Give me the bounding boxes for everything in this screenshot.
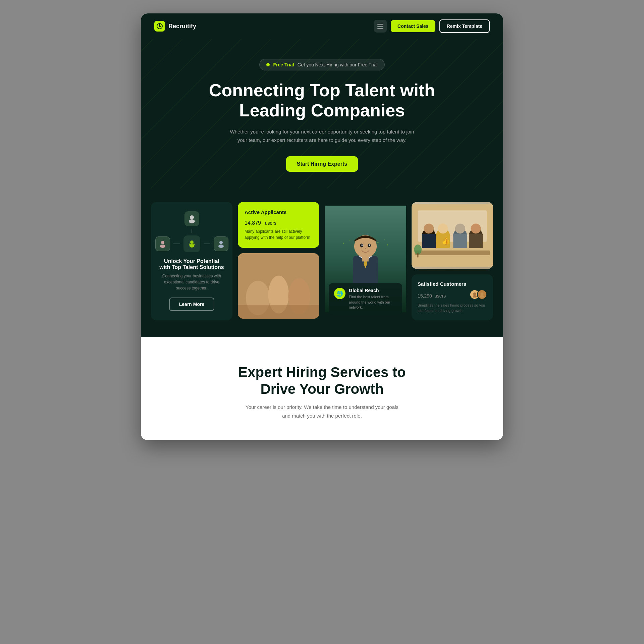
hero-subtitle: Whether you're looking for your next car… <box>225 127 419 145</box>
active-applicants-count: 14,879 users <box>245 216 313 227</box>
talent-network-graphic <box>155 211 228 252</box>
svg-point-59 <box>473 292 476 295</box>
hamburger-line <box>377 24 383 24</box>
svg-point-22 <box>298 288 309 299</box>
services-title-line1: Expert Hiring Services to <box>238 364 406 380</box>
svg-point-5 <box>160 245 165 248</box>
free-trial-text: Get you Next-Hiring with our Free Trial <box>298 62 378 67</box>
global-reach-title: Global Reach <box>349 288 397 293</box>
card-column-2: Active Applicants 14,879 users Many appl… <box>238 202 319 320</box>
free-trial-label: Free Trial <box>273 62 294 67</box>
start-hiring-button[interactable]: Start Hiring Experts <box>286 156 358 172</box>
services-desc: Your career is our priority. We take the… <box>241 403 402 420</box>
avatar-row <box>155 235 228 252</box>
svg-rect-12 <box>238 255 319 316</box>
hamburger-line <box>377 28 383 29</box>
global-reach-text: Global Reach Find the best talent from a… <box>349 288 397 310</box>
svg-point-9 <box>193 244 195 246</box>
satisfied-customers-card: Satisfied Customers 15,290 users <box>412 274 493 320</box>
svg-rect-58 <box>417 253 419 257</box>
svg-point-23 <box>300 284 307 292</box>
learn-more-button[interactable]: Learn More <box>169 298 214 311</box>
page-wrapper: Recruitify Contact Sales Remix Template … <box>141 13 503 440</box>
svg-point-34 <box>377 242 379 243</box>
avatar-right <box>214 236 228 251</box>
avatar-left <box>155 236 170 251</box>
active-applicants-card: Active Applicants 14,879 users Many appl… <box>238 202 319 248</box>
hamburger-line <box>377 26 383 26</box>
svg-point-50 <box>438 223 448 233</box>
cards-section: Unlock Your Potential with Top Talent So… <box>141 189 503 337</box>
svg-point-4 <box>161 241 164 244</box>
avatar-stack <box>470 289 487 300</box>
satisfied-count: 15,290 users <box>418 289 446 300</box>
svg-rect-28 <box>238 255 319 271</box>
active-applicants-desc: Many applicants are still actively apply… <box>245 228 313 240</box>
svg-point-30 <box>343 243 344 244</box>
svg-point-15 <box>259 279 267 288</box>
remix-template-button[interactable]: Remix Template <box>439 19 490 33</box>
svg-point-13 <box>254 291 304 307</box>
svg-text:👍: 👍 <box>441 236 450 245</box>
talent-card-desc: Connecting your businesses with exceptio… <box>159 273 224 291</box>
active-users-label: users <box>265 220 276 226</box>
svg-point-19 <box>290 278 299 287</box>
avatar-top <box>184 211 199 226</box>
svg-point-20 <box>248 289 259 300</box>
hero-section: Free Trial Get you Next-Hiring with our … <box>141 39 503 189</box>
global-reach-desc: Find the best talent from around the wor… <box>349 294 397 310</box>
talent-card-title: Unlock Your Potential with Top Talent So… <box>159 258 224 270</box>
active-applicants-title: Active Applicants <box>245 209 313 215</box>
svg-point-17 <box>274 276 283 285</box>
svg-point-10 <box>219 241 223 244</box>
services-section: Expert Hiring Services to Drive Your Gro… <box>141 337 503 440</box>
free-trial-badge: Free Trial Get you Next-Hiring with our … <box>259 59 384 70</box>
svg-point-2 <box>190 215 194 219</box>
office-image <box>238 253 319 319</box>
global-reach-card: 🌐 Global Reach Find the best talent from… <box>325 202 406 320</box>
globe-icon: 🌐 <box>334 288 345 299</box>
svg-point-18 <box>287 282 301 296</box>
free-trial-dot <box>266 63 270 66</box>
svg-point-6 <box>190 240 194 244</box>
svg-point-31 <box>349 239 350 240</box>
brand-name: Recruitify <box>168 23 196 30</box>
talent-solutions-card: Unlock Your Potential with Top Talent So… <box>151 202 232 320</box>
services-title-line2: Drive Your Growth <box>260 381 383 397</box>
svg-point-42 <box>361 244 363 246</box>
svg-point-61 <box>481 292 483 295</box>
svg-point-21 <box>250 285 257 293</box>
team-image: 👍 <box>412 202 493 269</box>
svg-point-54 <box>471 223 481 233</box>
svg-point-1 <box>159 25 160 27</box>
svg-point-27 <box>272 293 285 299</box>
svg-point-3 <box>189 219 195 223</box>
global-reach-badge: 🌐 Global Reach Find the best talent from… <box>329 283 402 315</box>
hero-title-line1: Connecting Top Talent with <box>209 80 435 100</box>
satisfied-count-row: 15,290 users <box>418 289 487 300</box>
contact-sales-button[interactable]: Contact Sales <box>391 20 435 32</box>
svg-rect-44 <box>362 256 369 261</box>
card-column-4: 👍 Satisfied Customers 15,290 users <box>412 202 493 320</box>
svg-point-8 <box>189 244 191 246</box>
network-center-icon <box>183 235 200 252</box>
hero-title: Connecting Top Talent with Leading Compa… <box>154 80 490 121</box>
svg-point-25 <box>305 271 312 280</box>
svg-point-14 <box>256 283 270 297</box>
navbar: Recruitify Contact Sales Remix Template <box>141 13 503 39</box>
svg-point-52 <box>455 223 465 233</box>
satisfied-title: Satisfied Customers <box>418 281 487 287</box>
menu-button[interactable] <box>374 20 387 33</box>
svg-point-48 <box>424 223 434 233</box>
nav-actions: Contact Sales Remix Template <box>374 19 490 33</box>
svg-point-24 <box>302 268 312 280</box>
hero-title-line2: Leading Companies <box>239 101 405 120</box>
svg-point-62 <box>480 295 484 298</box>
svg-point-35 <box>384 239 385 240</box>
svg-point-16 <box>272 280 285 293</box>
connector-vertical <box>192 229 192 233</box>
svg-rect-26 <box>306 279 308 285</box>
svg-point-43 <box>369 244 370 246</box>
logo-icon <box>154 21 165 32</box>
svg-point-11 <box>218 245 224 248</box>
